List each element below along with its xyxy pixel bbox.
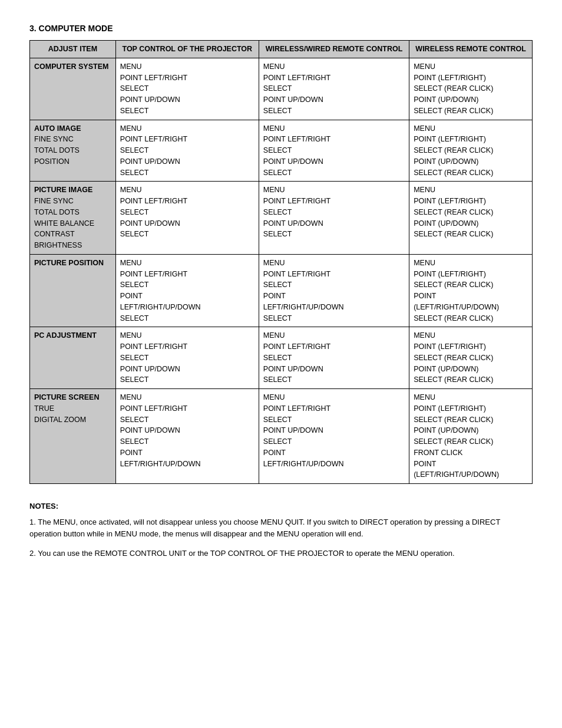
header-top-control: TOP CONTROL OF THE PROJECTOR [115,41,259,58]
table-sub-item: DIGITAL ZOOM [34,414,111,426]
table-row-top-control-4: MENU POINT LEFT/RIGHT SELECT POINT UP/DO… [115,327,259,389]
table-row-top-control-0: MENU POINT LEFT/RIGHT SELECT POINT UP/DO… [115,58,259,120]
table-row-top-control-1: MENU POINT LEFT/RIGHT SELECT POINT UP/DO… [115,120,259,182]
section-title: 3. COMPUTER MODE [29,24,533,33]
table-sub-item: FINE SYNC [34,196,111,207]
table-row-top-control-5: MENU POINT LEFT/RIGHT SELECT POINT UP/DO… [115,389,259,484]
table-row-item-2: PICTURE IMAGEFINE SYNCTOTAL DOTSWHITE BA… [30,182,116,255]
computer-mode-table: ADJUST ITEM TOP CONTROL OF THE PROJECTOR… [29,40,533,484]
header-wireless-wired: WIRELESS/WIRED REMOTE CONTROL [259,41,409,58]
table-sub-item: FINE SYNC [34,134,111,145]
table-row-wireless-wired-4: MENU POINT LEFT/RIGHT SELECT POINT UP/DO… [259,327,409,389]
table-row-item-5: PICTURE SCREENTRUEDIGITAL ZOOM [30,389,116,484]
table-row-wireless-wired-3: MENU POINT LEFT/RIGHT SELECT POINT LEFT/… [259,254,409,327]
table-sub-item: TRUE [34,403,111,414]
table-row-wireless-wired-5: MENU POINT LEFT/RIGHT SELECT POINT UP/DO… [259,389,409,484]
table-row-wireless-3: MENU POINT (LEFT/RIGHT) SELECT (REAR CLI… [409,254,533,327]
table-sub-item: BRIGHTNESS [34,240,111,251]
notes-title: NOTES: [29,502,533,510]
table-row-wireless-wired-0: MENU POINT LEFT/RIGHT SELECT POINT UP/DO… [259,58,409,120]
table-row-wireless-4: MENU POINT (LEFT/RIGHT) SELECT (REAR CLI… [409,327,533,389]
table-row-wireless-1: MENU POINT (LEFT/RIGHT) SELECT (REAR CLI… [409,120,533,182]
table-sub-item: TOTAL DOTS [34,207,111,218]
header-adjust-item: ADJUST ITEM [30,41,116,58]
table-row-item-3: PICTURE POSITION [30,254,116,327]
table-sub-item: POSITION [34,156,111,167]
table-sub-item: TOTAL DOTS [34,145,111,156]
note-1: 1. The MENU, once activated, will not di… [29,516,533,539]
note-2: 2. You can use the REMOTE CONTROL UNIT o… [29,548,533,559]
table-sub-item: WHITE BALANCE [34,218,111,229]
table-row-wireless-5: MENU POINT (LEFT/RIGHT) SELECT (REAR CLI… [409,389,533,484]
header-wireless: WIRELESS REMOTE CONTROL [409,41,533,58]
table-row-wireless-2: MENU POINT (LEFT/RIGHT) SELECT (REAR CLI… [409,182,533,255]
table-row-item-0: COMPUTER SYSTEM [30,58,116,120]
table-row-wireless-0: MENU POINT (LEFT/RIGHT) SELECT (REAR CLI… [409,58,533,120]
table-row-item-4: PC ADJUSTMENT [30,327,116,389]
table-row-top-control-2: MENU POINT LEFT/RIGHT SELECT POINT UP/DO… [115,182,259,255]
table-row-wireless-wired-2: MENU POINT LEFT/RIGHT SELECT POINT UP/DO… [259,182,409,255]
table-sub-item: CONTRAST [34,229,111,240]
table-row-item-1: AUTO IMAGEFINE SYNCTOTAL DOTSPOSITION [30,120,116,182]
table-row-top-control-3: MENU POINT LEFT/RIGHT SELECT POINT LEFT/… [115,254,259,327]
table-row-wireless-wired-1: MENU POINT LEFT/RIGHT SELECT POINT UP/DO… [259,120,409,182]
notes-section: NOTES: 1. The MENU, once activated, will… [29,502,533,559]
